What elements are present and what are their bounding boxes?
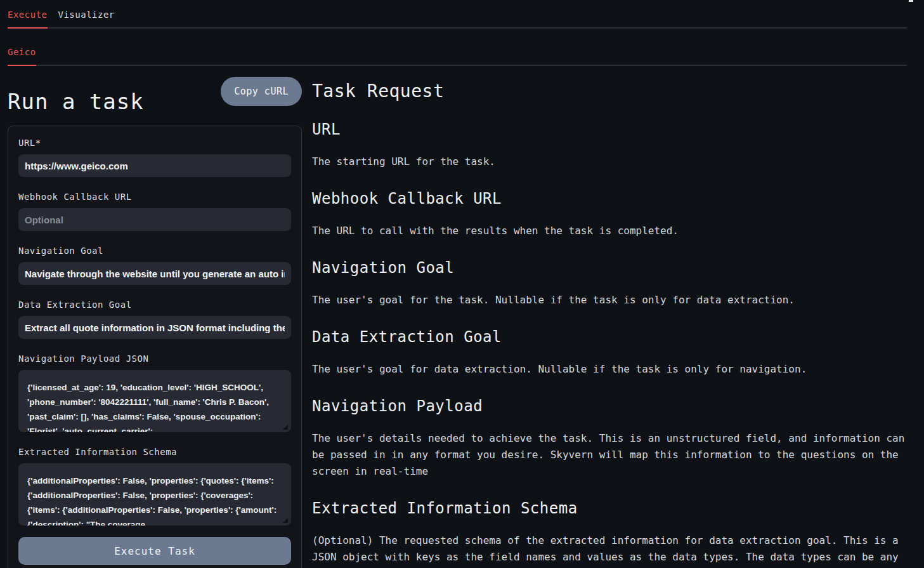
doc-heading-webhook-callback-url: Webhook Callback URL xyxy=(312,191,908,206)
main-content: Run a task Copy cURL URL* Webhook Callba… xyxy=(0,66,924,568)
webhook-callback-url-label: Webhook Callback URL xyxy=(18,192,291,202)
doc-desc-webhook-callback-url: The URL to call with the results when th… xyxy=(312,223,908,239)
tab-execute[interactable]: Execute xyxy=(8,0,48,27)
resize-grip-icon[interactable] xyxy=(283,518,288,523)
doc-heading-navigation-goal: Navigation Goal xyxy=(312,260,908,275)
run-task-header: Run a task Copy cURL xyxy=(8,77,302,115)
resize-grip-icon[interactable] xyxy=(283,425,288,430)
navigation-payload-wrap: {'licensed_at_age': 19, 'education_level… xyxy=(18,370,291,432)
tab-visualizer[interactable]: Visualizer xyxy=(58,0,115,27)
execute-task-button[interactable]: Execute Task xyxy=(18,537,291,565)
webhook-callback-url-input[interactable] xyxy=(18,208,291,231)
navigation-payload-json-textarea[interactable]: {'licensed_at_age': 19, 'education_level… xyxy=(18,370,291,432)
tab-geico[interactable]: Geico xyxy=(8,29,36,65)
extracted-schema-wrap: {'additionalProperties': False, 'propert… xyxy=(18,463,291,525)
doc-heading-data-extraction-goal: Data Extraction Goal xyxy=(312,329,908,345)
task-request-title: Task Request xyxy=(312,82,908,101)
task-form-card: URL* Webhook Callback URL Navigation Goa… xyxy=(8,126,302,568)
doc-desc-navigation-payload: The user's details needed to achieve the… xyxy=(312,430,908,480)
doc-desc-extracted-information-schema: (Optional) The requested schema of the e… xyxy=(312,532,908,568)
scrollbar-thumb[interactable] xyxy=(909,0,913,2)
page: Execute Visualizer Geico Run a task Copy… xyxy=(0,0,924,568)
url-input[interactable] xyxy=(18,154,291,177)
doc-desc-navigation-goal: The user's goal for the task. Nullable i… xyxy=(312,292,908,308)
data-extraction-goal-input[interactable] xyxy=(18,316,291,339)
extracted-information-schema-textarea[interactable]: {'additionalProperties': False, 'propert… xyxy=(18,463,291,525)
doc-heading-extracted-information-schema: Extracted Information Schema xyxy=(312,501,908,516)
data-extraction-goal-label: Data Extraction Goal xyxy=(18,300,291,310)
navigation-goal-input[interactable] xyxy=(18,262,291,285)
doc-heading-url: URL xyxy=(312,122,908,137)
sub-tabbar: Geico xyxy=(8,29,907,66)
navigation-goal-label: Navigation Goal xyxy=(18,246,291,256)
doc-heading-navigation-payload: Navigation Payload xyxy=(312,399,908,414)
run-task-panel: Run a task Copy cURL URL* Webhook Callba… xyxy=(8,66,302,568)
url-label: URL* xyxy=(18,138,291,148)
doc-desc-data-extraction-goal: The user's goal for data extraction. Nul… xyxy=(312,361,908,378)
copy-curl-button[interactable]: Copy cURL xyxy=(221,77,302,106)
navigation-payload-json-label: Navigation Payload JSON xyxy=(18,353,291,364)
main-tabbar: Execute Visualizer xyxy=(8,0,907,29)
task-request-docs-panel: Task Request URL The starting URL for th… xyxy=(312,66,908,568)
extracted-information-schema-label: Extracted Information Schema xyxy=(18,447,291,457)
page-title: Run a task xyxy=(8,88,144,115)
doc-desc-url: The starting URL for the task. xyxy=(312,154,908,170)
